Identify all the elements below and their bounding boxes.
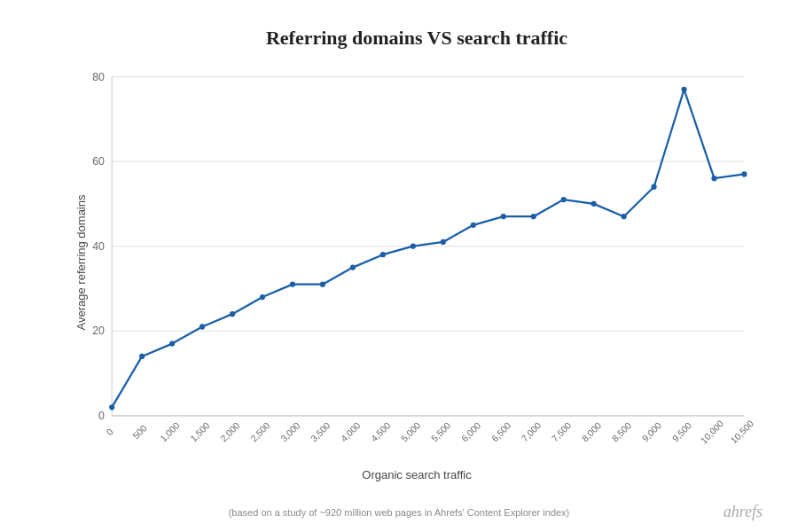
footer-note: (based on a study of ~920 million web pa… bbox=[0, 507, 798, 518]
y-axis-label: Average referring domains bbox=[74, 195, 88, 331]
svg-text:10,000: 10,000 bbox=[699, 419, 725, 446]
svg-point-36 bbox=[169, 340, 175, 346]
svg-point-54 bbox=[711, 176, 716, 181]
svg-point-53 bbox=[681, 87, 686, 92]
svg-text:5,000: 5,000 bbox=[399, 420, 422, 444]
svg-text:2,500: 2,500 bbox=[249, 420, 272, 444]
svg-point-38 bbox=[230, 311, 235, 317]
svg-point-49 bbox=[561, 197, 567, 202]
svg-point-39 bbox=[260, 294, 265, 300]
chart-container: Referring domains VS search traffic Aver… bbox=[0, 0, 798, 532]
svg-text:4,000: 4,000 bbox=[340, 420, 363, 444]
svg-text:3,500: 3,500 bbox=[309, 420, 332, 444]
svg-text:8,500: 8,500 bbox=[610, 420, 633, 444]
svg-text:7,500: 7,500 bbox=[550, 420, 573, 444]
svg-text:80: 80 bbox=[92, 71, 105, 83]
svg-text:6,000: 6,000 bbox=[459, 420, 482, 444]
svg-text:40: 40 bbox=[92, 240, 105, 253]
chart-title: Referring domains VS search traffic bbox=[71, 27, 763, 50]
svg-point-51 bbox=[622, 214, 627, 219]
svg-point-42 bbox=[350, 264, 356, 270]
svg-text:20: 20 bbox=[92, 325, 105, 337]
svg-point-55 bbox=[741, 171, 747, 176]
svg-text:10,500: 10,500 bbox=[729, 419, 755, 446]
svg-text:9,500: 9,500 bbox=[670, 420, 693, 444]
svg-point-41 bbox=[320, 282, 325, 287]
svg-point-50 bbox=[591, 201, 597, 207]
svg-text:500: 500 bbox=[131, 423, 149, 441]
svg-point-35 bbox=[139, 354, 145, 359]
svg-text:4,500: 4,500 bbox=[370, 420, 393, 444]
svg-point-34 bbox=[109, 404, 114, 410]
svg-text:2,000: 2,000 bbox=[219, 420, 242, 444]
svg-text:7,000: 7,000 bbox=[520, 420, 543, 444]
chart-svg: 02040608005001,0001,5002,0002,5003,0003,… bbox=[71, 67, 763, 458]
svg-point-52 bbox=[651, 184, 656, 190]
svg-text:3,000: 3,000 bbox=[279, 420, 302, 444]
svg-text:1,000: 1,000 bbox=[159, 420, 182, 444]
svg-point-46 bbox=[471, 223, 476, 228]
svg-point-37 bbox=[200, 324, 205, 329]
svg-point-43 bbox=[380, 252, 386, 257]
svg-text:60: 60 bbox=[92, 155, 105, 168]
svg-text:1,500: 1,500 bbox=[189, 420, 212, 444]
ahrefs-logo: ahrefs bbox=[724, 503, 763, 521]
x-axis-label: Organic search traffic bbox=[71, 468, 763, 481]
svg-text:0: 0 bbox=[105, 426, 115, 437]
svg-point-45 bbox=[441, 239, 446, 245]
svg-point-40 bbox=[290, 282, 295, 287]
svg-text:0: 0 bbox=[98, 410, 105, 422]
svg-text:9,000: 9,000 bbox=[640, 420, 663, 444]
svg-point-47 bbox=[501, 214, 506, 219]
svg-text:5,500: 5,500 bbox=[429, 420, 452, 444]
svg-text:8,000: 8,000 bbox=[580, 420, 603, 444]
svg-point-44 bbox=[411, 244, 416, 249]
svg-point-48 bbox=[531, 214, 536, 219]
svg-text:6,500: 6,500 bbox=[489, 420, 512, 444]
